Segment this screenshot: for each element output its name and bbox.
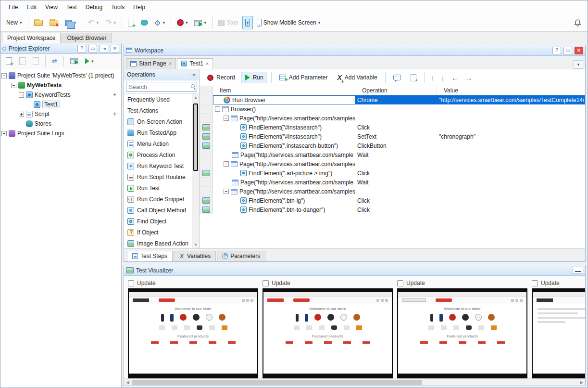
undo-button[interactable]: ↶▾ [85,16,101,29]
new-button[interactable]: New▾ [3,16,25,29]
collapse-toggle[interactable] [1,73,7,78]
visualizer-scrollbar[interactable]: ◀ ▶ [124,378,585,386]
expand-toggle[interactable] [19,112,24,117]
menu-view[interactable]: View [41,1,62,13]
column-operation[interactable]: Operation [355,86,437,95]
scroll-up-arrow[interactable]: ▲ [192,94,199,101]
table-row[interactable]: FindElement(".btn-to-danger") Click [200,205,585,214]
table-row[interactable]: FindElement(".art-picture > img") Click [200,168,585,178]
column-item[interactable]: Item [213,86,355,95]
save-all-button[interactable]: ▾ [62,16,79,29]
run-toolbar-button[interactable]: ▾ [191,16,209,29]
add-parameter-button[interactable]: +Add Parameter [275,72,332,83]
tab-variables[interactable]: XVariables [174,251,216,261]
maximize-button[interactable]: ▭ [88,45,97,52]
operations-scrollbar[interactable]: ▲ ▼ [192,94,199,248]
help-button[interactable]: ? [552,47,561,54]
visualizer-image-icon[interactable] [202,170,210,176]
operation-process-action[interactable]: Process Action [124,149,192,160]
operation-if-object[interactable]: If Object [124,227,192,238]
update-checkbox[interactable] [532,280,538,286]
record-toolbar-button[interactable]: ▾ [174,16,191,29]
move-right-button[interactable]: → [463,73,475,83]
test-settings-button[interactable]: ⚙▾ [151,16,168,29]
export-step-button[interactable] [407,72,420,84]
operation-run-script-routine[interactable]: Run Script Routine [124,171,192,182]
menu-file[interactable]: File [4,1,22,13]
operation-run-testedapp[interactable]: Run TestedApp [124,127,192,138]
table-row[interactable]: FindElement(".instasearch-button") Click… [200,141,585,150]
tab-list-dropdown[interactable]: ▾ [574,60,583,69]
tab-parameters[interactable]: Parameters [217,251,265,261]
collapse-toggle[interactable] [215,106,220,112]
scroll-down-arrow[interactable]: ▼ [192,241,199,248]
close-panel-button[interactable]: ✕ [111,45,119,52]
update-checkbox[interactable] [128,280,134,286]
table-row[interactable]: Page("http://services.smartbear.com/samp… [200,159,585,168]
collapse-toggle[interactable] [19,92,24,98]
menu-debug[interactable]: Debug [81,1,107,13]
close-tab-icon[interactable]: × [169,61,172,66]
scrollbar-thumb[interactable] [132,380,422,385]
table-row[interactable]: FindElement("#instasearch") SetText "chr… [200,132,585,141]
screenshot-thumbnail[interactable]: Welcome to our store Featured products [397,288,527,378]
close-workspace-button[interactable]: ✕ [575,47,583,54]
table-row[interactable]: Page("http://services.smartbear.com/samp… [200,114,585,123]
table-row[interactable]: FindElement(".btn-lg") Click [200,196,585,205]
redo-button[interactable]: ↷▾ [102,16,119,29]
operations-category[interactable]: Test Actions [124,105,192,116]
screenshot-thumbnail[interactable]: Welcome to our store Featured products [128,288,258,378]
close-tab-icon[interactable]: × [206,61,209,66]
add-keyword-test-button[interactable]: + [113,91,116,98]
table-row[interactable]: Page("http://services.smartbear.com/samp… [200,150,585,159]
add-new-test-button[interactable]: + [3,54,15,68]
show-mobile-screen-button[interactable]: Show Mobile Screen▾ [254,16,324,29]
collapse-toggle[interactable] [11,83,16,88]
visualizer-image-icon[interactable] [202,207,210,213]
collapse-toggle[interactable] [224,161,229,167]
tree-node-stores[interactable]: Stores [1,119,120,129]
menu-help[interactable]: Help [129,1,150,13]
table-row[interactable]: Page("http://services.smartbear.com/samp… [200,178,585,187]
help-button[interactable]: ? [77,45,86,52]
operations-category[interactable]: Frequently Used [124,94,192,105]
operation-find-object[interactable]: Find Object [124,216,192,227]
update-checkbox[interactable] [263,280,269,286]
update-checkbox[interactable] [397,280,403,286]
open-project-button[interactable] [31,16,46,29]
scroll-left-arrow[interactable]: ◀ [124,379,131,386]
tree-node-keywordtests[interactable]: KeywordTests + [1,90,120,100]
run-options-button[interactable]: ▾ [82,54,97,68]
tab-object-browser[interactable]: Object Browser [62,33,112,43]
notifications-button[interactable] [571,16,585,29]
visualizer-image-icon[interactable] [202,142,210,149]
operation-run-test[interactable]: Run Test [124,182,192,194]
operation-menu-action[interactable]: Menu Action [124,138,192,149]
stop-button[interactable]: Stop [215,16,241,29]
add-comment-button[interactable] [389,72,405,83]
compare-button[interactable]: ⇄ [49,54,60,68]
tab-test-steps[interactable]: Test Steps [127,251,173,261]
operation-image-based-action[interactable]: Image Based Action [124,238,192,248]
record-button[interactable]: Record [203,72,239,83]
tree-node-project-suite-logs[interactable]: Project Suite Logs [1,129,120,138]
table-row[interactable]: Browser() [200,104,585,114]
collapse-toggle[interactable] [224,189,229,194]
screenshot-thumbnail[interactable]: Welcome to our store Featured products [263,288,393,378]
add-script-button[interactable]: + [113,111,116,117]
visualizer-image-icon[interactable] [202,124,210,130]
pin-button[interactable]: 📌︎ [100,45,108,52]
checkpoint-button[interactable] [138,16,150,29]
open-doc-button[interactable] [30,54,42,68]
tab-test1[interactable]: Test1 × [177,58,213,69]
scrollbar-thumb[interactable] [193,103,198,171]
move-up-button[interactable]: ↑ [428,73,437,83]
search-input[interactable] [126,82,197,92]
operation-run-keyword-test[interactable]: Run Keyword Test [124,160,192,171]
minimize-visualizer-button[interactable] [573,267,583,274]
table-row[interactable]: Run Browser Chrome "http://services.smar… [200,95,585,104]
add-new-item-button[interactable]: + [125,16,137,29]
add-doc-button[interactable] [16,54,28,68]
operation-on-screen-action[interactable]: On-Screen Action [124,116,192,127]
run-project-button[interactable] [67,54,81,68]
